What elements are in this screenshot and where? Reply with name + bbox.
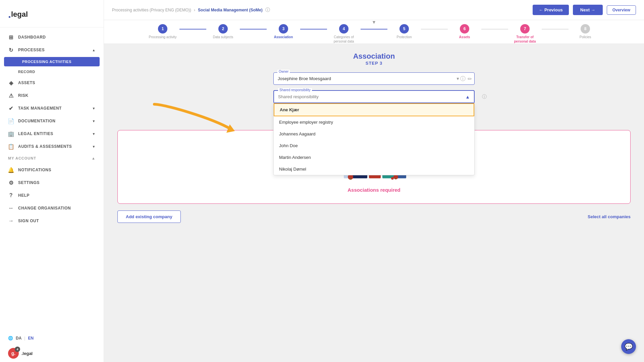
prev-button[interactable]: ← Previous	[533, 5, 569, 15]
wizard-step-4[interactable]: 4 Categories of personal data	[327, 24, 361, 44]
sidebar-item-label: HELP	[18, 193, 30, 198]
sidebar-item-label: DOCUMENTATION	[18, 119, 55, 123]
lang-da-button[interactable]: DA	[16, 336, 21, 341]
connector-1-2	[179, 29, 206, 29]
sidebar: . legal ⊞ DASHBOARD ↻ PROCESSES ▲ PROCES…	[0, 0, 104, 362]
sidebar-subitem-label: RECORD	[18, 70, 35, 74]
sidebar-item-dashboard[interactable]: ⊞ DASHBOARD	[0, 31, 104, 44]
chat-icon: 💬	[625, 343, 633, 351]
sidebar-item-assets[interactable]: ◈ ASSETS	[0, 76, 104, 89]
wizard-step-3[interactable]: 3 Association	[267, 24, 300, 39]
overview-button[interactable]: Overview	[607, 5, 636, 15]
sidebar-item-task-management[interactable]: ✔ TASK MANAGEMENT ▼	[0, 102, 104, 115]
shared-info-icon: ⓘ	[482, 94, 487, 100]
chevron-down-icon: ▼	[92, 132, 96, 136]
shared-responsibility-input[interactable]	[274, 91, 474, 103]
owner-field-group: Owner Josephine Broe Moesgaard ▼ ⓘ ✏	[273, 72, 475, 85]
sidebar-item-processes[interactable]: ↻ PROCESSES ▲	[0, 44, 104, 56]
shared-responsibility-wrapper: Shared responsibility ▲	[273, 90, 475, 103]
notifications-icon: 🔔	[8, 167, 14, 173]
select-all-companies-button[interactable]: Select all companies	[588, 214, 631, 219]
wizard-step-7[interactable]: 7 Transfer of personal data	[508, 24, 542, 44]
breadcrumb-parent: Processing activities (Privacy ENG (DEMO…	[112, 8, 191, 12]
sidebar-item-processing-activities[interactable]: PROCESSING ACTIVITIES	[4, 57, 100, 66]
sidebar-item-risk[interactable]: ⚠ RISK	[0, 89, 104, 102]
notification-count-badge: 4	[15, 347, 20, 352]
shared-responsibility-dropdown: Ane Kjær Employee employer registry Joha…	[273, 103, 475, 175]
sidebar-item-documentation[interactable]: 📄 DOCUMENTATION ▼	[0, 115, 104, 127]
step-circle-2: 2	[218, 24, 228, 34]
dropdown-item-employee[interactable]: Employee employer registry	[274, 116, 474, 128]
connector-7-8	[542, 29, 569, 29]
chevron-down-icon: ▼	[92, 145, 96, 148]
sidebar-item-change-org[interactable]: ↔ CHANGE ORGANISATION	[0, 202, 104, 215]
sidebar-nav: ⊞ DASHBOARD ↻ PROCESSES ▲ PROCESSING ACT…	[0, 27, 104, 332]
risk-icon: ⚠	[8, 93, 14, 99]
sidebar-item-help[interactable]: ? HELP	[0, 189, 104, 202]
shared-chevron-icon[interactable]: ▲	[465, 94, 470, 100]
sidebar-item-settings[interactable]: ⚙ SETTINGS	[0, 176, 104, 189]
logo-icon: .	[8, 8, 11, 20]
logo-area: . legal	[0, 0, 104, 27]
wizard-step-2[interactable]: 2 Data subjects	[206, 24, 240, 39]
dropdown-item-ane[interactable]: Ane Kjær	[274, 103, 474, 116]
step-label-5: Protection	[396, 35, 412, 39]
chat-button[interactable]: 💬	[621, 339, 636, 354]
language-selector: 🌐 DA | EN	[0, 332, 104, 345]
topbar: Processing activities (Privacy ENG (DEMO…	[104, 0, 644, 20]
page-title-section: Association STEP 3	[117, 52, 631, 66]
chevron-up-icon: ▲	[92, 156, 96, 160]
dropdown-item-johannes[interactable]: Johannes Aagaard	[274, 128, 474, 140]
owner-field-icons: ⓘ ✏	[460, 75, 472, 82]
info-icon: ⓘ	[265, 7, 270, 13]
wizard-step-8[interactable]: 8 Policies	[569, 24, 602, 39]
add-existing-company-button[interactable]: Add existing company	[117, 210, 181, 223]
dashboard-icon: ⊞	[8, 34, 14, 40]
connector-3-4	[300, 29, 327, 29]
lang-en-button[interactable]: EN	[28, 336, 34, 341]
my-account-label: MY ACCOUNT	[8, 156, 36, 160]
step-label-8: Policies	[580, 35, 591, 39]
wizard-scroll-icon[interactable]: ▼	[372, 19, 376, 25]
chevron-up-icon: ▲	[92, 48, 96, 52]
sidebar-item-label: SETTINGS	[18, 180, 40, 185]
step-circle-6: 6	[460, 24, 469, 34]
step-label-3: Association	[274, 35, 293, 39]
sidebar-item-legal-entities[interactable]: 🏢 LEGAL ENTITIES ▼	[0, 127, 104, 140]
wizard-step-5[interactable]: 5 Protection	[387, 24, 421, 39]
sidebar-item-label: ASSETS	[18, 80, 35, 85]
chevron-down-icon: ▼	[92, 119, 96, 123]
sidebar-item-audits[interactable]: 📋 AUDITS & ASSESSMENTS ▼	[0, 140, 104, 153]
connector-4-5	[361, 29, 387, 29]
sidebar-item-label: TASK MANAGEMENT	[18, 106, 62, 111]
main-content: Processing activities (Privacy ENG (DEMO…	[104, 0, 644, 362]
content-area: Association STEP 3 Owner Josephine Broe …	[104, 44, 644, 362]
sidebar-item-label: AUDITS & ASSESSMENTS	[18, 144, 72, 149]
sidebar-item-record[interactable]: RECORD	[0, 67, 104, 76]
audits-icon: 📋	[8, 143, 14, 149]
change-org-icon: ↔	[8, 205, 14, 211]
wizard-step-1[interactable]: 1 Processing activity	[146, 24, 179, 39]
next-button[interactable]: Next →	[573, 5, 603, 15]
associations-required-text: Associations required	[347, 187, 400, 193]
language-icon: 🌐	[8, 336, 13, 341]
page-title: Association	[117, 52, 631, 61]
top-actions: ← Previous Next → Overview	[533, 5, 636, 15]
step-label-1: Processing activity	[149, 35, 177, 39]
shared-responsibility-container: Shared responsibility ▲ ⓘ Ane Kjær Emplo…	[273, 90, 475, 103]
dropdown-item-nikolaj[interactable]: Nikolaj Dømel	[274, 163, 474, 175]
user-badge-area: g. 4 .legal	[0, 345, 104, 362]
sidebar-item-label: RISK	[18, 93, 29, 98]
avatar-letter: g.	[11, 351, 15, 356]
step-label-4: Categories of personal data	[329, 35, 359, 44]
owner-select[interactable]: Josephine Broe Moesgaard	[273, 72, 475, 85]
sidebar-item-sign-out[interactable]: → SIGN OUT	[0, 215, 104, 227]
dropdown-item-john[interactable]: John Doe	[274, 140, 474, 152]
edit-icon[interactable]: ✏	[468, 75, 472, 82]
info-icon: ⓘ	[460, 75, 466, 82]
sidebar-item-notifications[interactable]: 🔔 NOTIFICATIONS	[0, 164, 104, 176]
dropdown-item-martin[interactable]: Martin Andersen	[274, 152, 474, 163]
wizard-step-6[interactable]: 6 Assets	[448, 24, 481, 39]
settings-icon: ⚙	[8, 180, 14, 186]
processes-icon: ↻	[8, 47, 14, 53]
